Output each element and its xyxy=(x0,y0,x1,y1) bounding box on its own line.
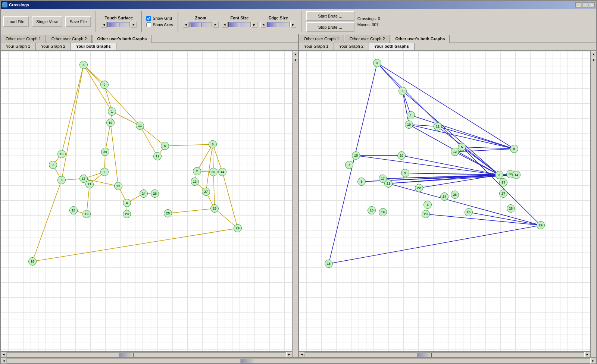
start-brute-button[interactable]: Start Brute ... xyxy=(306,11,354,21)
global-scroll-right[interactable]: ► xyxy=(590,358,596,364)
node-6[interactable]: 6 xyxy=(209,140,217,148)
node-11[interactable]: 11 xyxy=(434,122,442,131)
node-13[interactable]: 13 xyxy=(499,178,507,186)
node-14[interactable]: 14 xyxy=(218,168,226,176)
node-7[interactable]: 7 xyxy=(345,161,353,169)
edge-size-right-arrow[interactable]: ► xyxy=(290,22,296,28)
edge-size-track[interactable] xyxy=(267,22,290,27)
right-scroll-up[interactable]: ▲ xyxy=(591,51,596,57)
left-scroll-thumb[interactable] xyxy=(119,353,134,357)
node-19[interactable]: 19 xyxy=(82,210,91,218)
right-scroll-thumb[interactable] xyxy=(417,353,432,357)
touch-surface-track[interactable] xyxy=(107,22,130,27)
node-5[interactable]: 5 xyxy=(458,143,466,151)
node-20[interactable]: 20 xyxy=(101,148,109,156)
right-scroll-h[interactable]: ◄ ► xyxy=(299,351,590,357)
node-11[interactable]: 11 xyxy=(136,122,144,130)
right-subtab-graph1[interactable]: Your Graph 1 xyxy=(299,43,334,50)
show-axes-checkbox[interactable] xyxy=(146,22,151,27)
save-file-button[interactable]: Save File xyxy=(65,16,91,27)
node-24[interactable]: 24 xyxy=(140,189,148,198)
node-23[interactable]: 23 xyxy=(422,210,430,218)
node-2[interactable]: 2 xyxy=(495,171,503,179)
node-29[interactable]: 29 xyxy=(234,224,242,232)
left-scroll-left[interactable]: ◄ xyxy=(1,352,7,358)
node-26[interactable]: 26 xyxy=(451,191,459,199)
global-scroll-thumb[interactable] xyxy=(240,359,255,363)
left-scroll-up[interactable]: ▲ xyxy=(293,51,298,57)
global-scroll-left[interactable]: ◄ xyxy=(1,358,7,364)
node-30[interactable]: 30 xyxy=(209,168,218,176)
left-scroll-h[interactable]: ◄ ► xyxy=(1,351,292,357)
font-size-left-arrow[interactable]: ◄ xyxy=(222,22,228,28)
node-18[interactable]: 18 xyxy=(368,206,376,214)
zoom-track[interactable] xyxy=(190,22,212,27)
node-8[interactable]: 8 xyxy=(357,178,366,186)
node-21[interactable]: 21 xyxy=(85,180,94,188)
node-14[interactable]: 14 xyxy=(512,171,521,179)
font-size-track[interactable] xyxy=(228,22,251,27)
node-28[interactable]: 28 xyxy=(507,204,515,213)
node-18[interactable]: 18 xyxy=(69,206,78,214)
left-subtab-both[interactable]: Your both Graphs xyxy=(71,43,116,50)
load-file-button[interactable]: Load File xyxy=(3,16,29,27)
right-subtab-both[interactable]: Your both Graphs xyxy=(369,43,415,50)
left-scroll-right[interactable]: ► xyxy=(286,352,292,358)
right-scroll-right[interactable]: ► xyxy=(584,352,590,358)
node-21[interactable]: 21 xyxy=(384,179,393,188)
node-5[interactable]: 5 xyxy=(161,142,169,150)
minimize-button[interactable]: _ xyxy=(575,2,581,7)
node-1[interactable]: 1 xyxy=(407,111,415,119)
node-16[interactable]: 16 xyxy=(28,257,37,266)
node-9[interactable]: 9 xyxy=(401,169,409,177)
node-1[interactable]: 1 xyxy=(108,107,116,116)
node-10[interactable]: 10 xyxy=(106,119,115,127)
node-12[interactable]: 12 xyxy=(153,152,162,160)
global-scroll-track[interactable] xyxy=(7,358,590,363)
node-3[interactable]: 3 xyxy=(373,59,381,67)
node-10[interactable]: 10 xyxy=(405,120,413,129)
node-6[interactable]: 6 xyxy=(510,145,518,153)
right-tab-other-graph1[interactable]: Other user Graph 1 xyxy=(299,35,344,43)
close-button[interactable]: ✕ xyxy=(589,2,595,7)
node-4[interactable]: 4 xyxy=(123,199,131,207)
node-20[interactable]: 20 xyxy=(397,151,406,160)
node-25[interactable]: 25 xyxy=(164,209,172,217)
node-22[interactable]: 22 xyxy=(114,182,122,190)
touch-surface-left-arrow[interactable]: ◄ xyxy=(101,22,107,28)
stop-brute-button[interactable]: Stop Brute ... xyxy=(306,22,354,32)
node-8[interactable]: 8 xyxy=(57,176,66,184)
node-7[interactable]: 7 xyxy=(49,161,57,169)
node-15[interactable]: 15 xyxy=(352,151,360,160)
right-scroll-down[interactable]: ▼ xyxy=(591,57,596,63)
left-tab-other-graph1[interactable]: Other user Graph 1 xyxy=(1,35,46,43)
node-23[interactable]: 23 xyxy=(123,210,131,218)
left-subtab-graph2[interactable]: Your Graph 2 xyxy=(36,43,71,50)
node-28[interactable]: 28 xyxy=(210,204,219,213)
right-scroll-v[interactable]: ▲ ▼ xyxy=(590,51,596,357)
node-22[interactable]: 22 xyxy=(415,184,423,192)
zoom-left-arrow[interactable]: ◄ xyxy=(183,22,189,28)
font-size-right-arrow[interactable]: ► xyxy=(251,22,257,28)
node-2[interactable]: 2 xyxy=(193,167,201,175)
left-subtab-graph1[interactable]: Your Graph 1 xyxy=(1,43,36,50)
node-9[interactable]: 9 xyxy=(100,168,109,176)
single-view-button[interactable]: Single View xyxy=(32,16,62,27)
right-tab-other-graph2[interactable]: Other user Graph 2 xyxy=(345,35,390,43)
node-27[interactable]: 27 xyxy=(202,188,210,196)
zoom-right-arrow[interactable]: ► xyxy=(213,22,219,28)
left-tab-other-graph2[interactable]: Other user Graph 2 xyxy=(47,35,92,43)
left-graph-area[interactable]: 3011011512615720917218222133014424262325… xyxy=(1,51,292,351)
node-3[interactable]: 3 xyxy=(79,61,88,69)
node-16[interactable]: 16 xyxy=(325,260,333,268)
touch-surface-right-arrow[interactable]: ► xyxy=(131,22,137,28)
left-tab-other-both[interactable]: Other user's both Graphs xyxy=(93,35,152,43)
node-0[interactable]: 0 xyxy=(398,87,407,95)
show-grid-checkbox[interactable] xyxy=(146,16,151,21)
edge-size-left-arrow[interactable]: ◄ xyxy=(260,22,266,28)
global-scroll-h[interactable]: ◄ ► xyxy=(1,357,596,363)
right-graph-area[interactable]: 3011011512615720917218222133014424262325… xyxy=(299,51,590,351)
node-0[interactable]: 0 xyxy=(100,81,109,89)
maximize-button[interactable]: □ xyxy=(582,2,588,7)
right-tab-other-both[interactable]: Other user's both Graphs xyxy=(391,35,450,43)
